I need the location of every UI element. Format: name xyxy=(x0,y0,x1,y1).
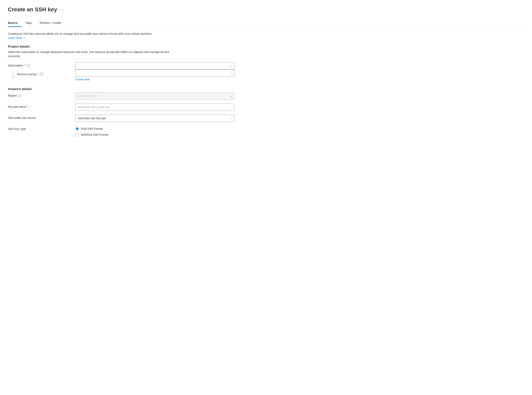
tab-basics[interactable]: Basics xyxy=(8,19,22,27)
instance-details-title: Instance details xyxy=(8,87,524,91)
project-details-description: Select the subscription to manage deploy… xyxy=(8,50,179,58)
tabs-row: Basics Tags Review + create xyxy=(8,19,524,27)
region-select[interactable]: (US) West US 2 xyxy=(75,93,234,100)
resource-group-control-col: ⌄ Create new xyxy=(75,69,234,81)
description-text: Creating an SSH key resource allows you … xyxy=(8,32,179,36)
ssh-key-type-label: SSH Key Type xyxy=(8,127,26,131)
region-control-col: (US) West US 2 ⌄ xyxy=(75,93,234,100)
subscription-label-col: Subscription * i xyxy=(8,62,72,67)
instance-details-section: Instance details Region i (US) West US 2… xyxy=(8,87,524,137)
region-info-icon[interactable]: i xyxy=(18,94,21,97)
create-new-link[interactable]: Create new xyxy=(75,78,90,81)
external-link-icon: ↗ xyxy=(23,36,25,40)
region-select-wrapper: (US) West US 2 ⌄ xyxy=(75,93,234,100)
resource-group-label: Resource group xyxy=(17,73,37,76)
ssh-key-type-row: SSH Key Type RSA SSH Format Ed25519 SSH … xyxy=(8,126,524,137)
ssh-key-type-rsa-radio[interactable] xyxy=(75,127,79,131)
tab-review-create[interactable]: Review + create xyxy=(36,19,65,27)
subscription-row: Subscription * i ⌄ xyxy=(8,62,524,69)
ssh-key-source-row: SSH public key source Generate new key p… xyxy=(8,115,524,122)
learn-more-link[interactable]: Learn more ↗ xyxy=(8,36,25,40)
resource-group-row: Resource group * i ⌄ Create new xyxy=(8,69,524,81)
tab-tags[interactable]: Tags xyxy=(22,19,36,27)
subscription-required-star: * xyxy=(24,64,25,67)
resource-group-label-col: Resource group * i xyxy=(8,69,72,78)
resource-group-info-icon[interactable]: i xyxy=(40,73,43,76)
key-pair-name-control-col xyxy=(75,104,234,111)
ssh-key-source-label-col: SSH public key source xyxy=(8,115,72,119)
region-label-col: Region i xyxy=(8,93,72,97)
key-pair-name-input[interactable] xyxy=(75,104,234,111)
subscription-select[interactable] xyxy=(75,62,234,69)
ssh-key-type-rsa-option[interactable]: RSA SSH Format xyxy=(75,127,234,131)
key-pair-name-label: Key pair name xyxy=(8,105,26,108)
learn-more-label: Learn more xyxy=(8,36,22,40)
key-pair-name-label-col: Key pair name * xyxy=(8,104,72,108)
page-title: Create an SSH key xyxy=(8,6,57,13)
ssh-key-type-ed25519-radio[interactable] xyxy=(75,133,79,137)
ssh-key-type-ed25519-label: Ed25519 SSH Format xyxy=(81,133,108,136)
ssh-key-source-select[interactable]: Generate new key pair Use existing key s… xyxy=(75,115,234,122)
key-pair-name-required-star: * xyxy=(27,105,28,108)
page-title-row: Create an SSH key ··· xyxy=(8,6,524,13)
key-pair-name-row: Key pair name * xyxy=(8,104,524,111)
project-details-title: Project details xyxy=(8,45,524,48)
ssh-key-type-rsa-label: RSA SSH Format xyxy=(81,127,103,130)
resource-group-select[interactable] xyxy=(75,69,234,77)
ssh-key-source-control-col: Generate new key pair Use existing key s… xyxy=(75,115,234,122)
region-row: Region i (US) West US 2 ⌄ xyxy=(8,93,524,100)
subscription-select-wrapper: ⌄ xyxy=(75,62,234,69)
subscription-label: Subscription xyxy=(8,64,23,67)
project-details-section: Project details Select the subscription … xyxy=(8,45,524,81)
subscription-control-col: ⌄ xyxy=(75,62,234,69)
ssh-key-source-select-wrapper: Generate new key pair Use existing key s… xyxy=(75,115,234,122)
ssh-key-type-ed25519-option[interactable]: Ed25519 SSH Format xyxy=(75,133,234,137)
subscription-info-icon[interactable]: i xyxy=(27,64,30,67)
ssh-key-type-control-col: RSA SSH Format Ed25519 SSH Format xyxy=(75,126,234,137)
resource-group-label-text: Resource group * i xyxy=(16,71,43,76)
more-options-icon[interactable]: ··· xyxy=(59,7,64,12)
region-label: Region xyxy=(8,94,17,97)
ssh-key-type-label-col: SSH Key Type xyxy=(8,126,72,131)
ssh-key-source-label: SSH public key source xyxy=(8,116,36,119)
resource-group-select-wrapper: ⌄ xyxy=(75,69,234,77)
ssh-key-type-radio-group: RSA SSH Format Ed25519 SSH Format xyxy=(75,126,234,137)
description-block: Creating an SSH key resource allows you … xyxy=(8,32,179,40)
resource-group-required-star: * xyxy=(38,73,39,76)
